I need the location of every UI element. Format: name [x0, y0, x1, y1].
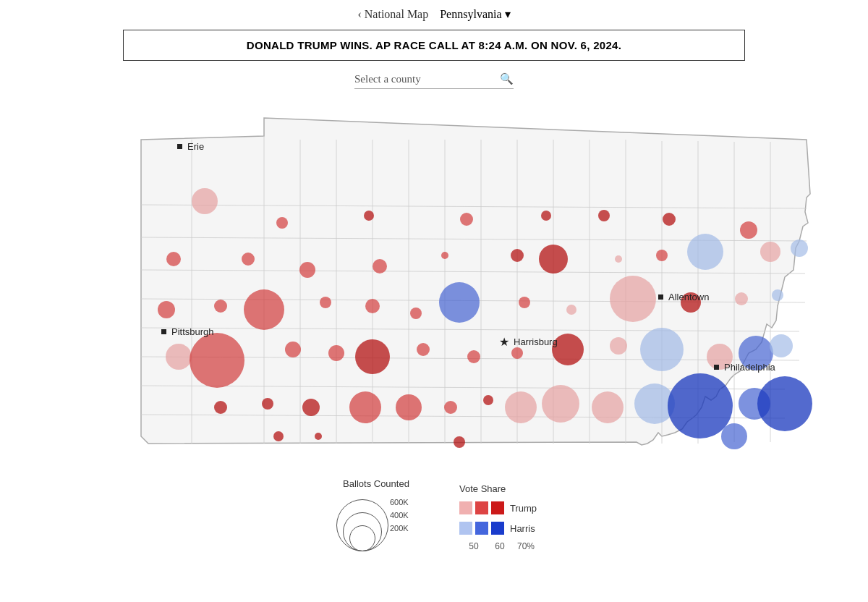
county-bubble[interactable] [740, 221, 757, 239]
county-bubble[interactable] [541, 211, 551, 221]
county-bubble[interactable] [735, 292, 748, 305]
county-bubble[interactable] [439, 282, 480, 323]
county-bubble[interactable] [511, 249, 524, 262]
state-capital-star-icon: ★ [499, 335, 509, 349]
county-bubble[interactable] [511, 347, 523, 359]
county-bubble[interactable] [663, 213, 676, 226]
city-philadelphia-label: Philadelphia [724, 362, 775, 373]
city-allentown: Allentown [658, 292, 709, 302]
county-bubble[interactable] [328, 345, 344, 361]
county-bubble[interactable] [276, 217, 288, 229]
county-bubble[interactable] [757, 376, 812, 431]
circle-600k-label: 600K [390, 498, 409, 506]
county-bubble[interactable] [302, 399, 320, 416]
county-bubble[interactable] [285, 342, 301, 357]
county-bubble[interactable] [610, 276, 656, 322]
county-bubble[interactable] [299, 262, 315, 278]
county-bubble[interactable] [315, 433, 322, 440]
vote-legend: Vote Share Trump Harris 50 60 70% [459, 483, 539, 551]
percent-60: 60 [487, 541, 513, 551]
banner: DONALD TRUMP WINS. AP RACE CALL AT 8:24 … [123, 30, 745, 61]
ballots-legend-title: Ballots Counted [343, 478, 409, 489]
chevron-down-icon: ▾ [505, 7, 511, 21]
chevron-left-icon: ‹ [357, 8, 361, 21]
county-bubble[interactable] [770, 334, 793, 357]
county-bubble[interactable] [214, 300, 227, 313]
ballots-legend: Ballots Counted 600K 400K 200K [329, 478, 423, 551]
county-bubble[interactable] [721, 423, 747, 449]
county-bubble[interactable] [158, 301, 175, 318]
county-bubble[interactable] [166, 344, 192, 370]
state-label: Pennsylvania [440, 8, 501, 21]
trump-legend-row: Trump [459, 501, 539, 514]
city-harrisburg: ★ Harrisburg [499, 335, 558, 349]
county-bubble[interactable] [355, 339, 390, 374]
percent-70: 70% [513, 541, 539, 551]
county-bubble[interactable] [364, 211, 374, 221]
percent-labels: 50 60 70% [459, 541, 539, 551]
harris-legend-row: Harris [459, 522, 539, 535]
state-selector[interactable]: Pennsylvania ▾ [440, 7, 510, 21]
trump-swatch-medium [475, 501, 488, 514]
page-container: ‹ National Map Pennsylvania ▾ DONALD TRU… [0, 0, 868, 602]
vote-legend-title: Vote Share [459, 483, 539, 494]
county-bubble[interactable] [244, 289, 284, 330]
county-search-label: Select a county [354, 73, 421, 85]
trump-swatch-light [459, 501, 472, 514]
county-bubble[interactable] [483, 395, 493, 405]
city-pittsburgh: Pittsburgh [161, 326, 214, 337]
county-bubble[interactable] [166, 252, 181, 266]
county-bubble[interactable] [760, 242, 780, 262]
county-bubble[interactable] [396, 394, 422, 420]
county-bubble[interactable] [467, 350, 480, 363]
trump-label: Trump [510, 503, 537, 514]
legend: Ballots Counted 600K 400K 200K Vote Shar… [329, 478, 539, 551]
county-bubble[interactable] [791, 239, 808, 257]
nav-bar: ‹ National Map Pennsylvania ▾ [357, 7, 510, 21]
county-bubble[interactable] [615, 255, 622, 263]
county-bubble[interactable] [444, 401, 457, 414]
county-bubble[interactable] [273, 431, 284, 441]
city-harrisburg-label: Harrisburg [514, 336, 558, 347]
harris-label: Harris [510, 523, 535, 534]
county-bubble[interactable] [214, 401, 227, 414]
harris-swatch-medium [475, 522, 488, 535]
county-bubble[interactable] [610, 337, 627, 355]
circle-200k-label: 200K [390, 524, 409, 533]
banner-text: DONALD TRUMP WINS. AP RACE CALL AT 8:24 … [247, 39, 621, 51]
county-bubble[interactable] [441, 252, 448, 259]
county-bubble[interactable] [320, 297, 331, 308]
county-bubble[interactable] [365, 299, 380, 313]
county-search[interactable]: Select a county 🔍 [354, 72, 514, 89]
national-map-label: National Map [365, 8, 428, 21]
county-bubble[interactable] [460, 213, 473, 226]
national-map-link[interactable]: ‹ National Map [357, 8, 428, 21]
county-bubble[interactable] [373, 259, 387, 274]
county-bubble[interactable] [454, 436, 465, 448]
county-bubble[interactable] [262, 398, 273, 410]
county-bubble[interactable] [192, 188, 218, 214]
county-bubble[interactable] [542, 385, 579, 423]
county-bubble[interactable] [242, 253, 255, 266]
county-bubble[interactable] [772, 289, 783, 301]
county-bubble[interactable] [592, 391, 624, 423]
city-erie-label: Erie [187, 141, 204, 152]
trump-swatch-dark [491, 501, 504, 514]
county-bubble[interactable] [539, 245, 568, 274]
county-bubble[interactable] [656, 250, 668, 261]
harris-swatch-light [459, 522, 472, 535]
county-bubble[interactable] [519, 297, 530, 308]
county-bubble[interactable] [598, 210, 610, 221]
county-bubble[interactable] [687, 234, 723, 270]
city-philadelphia: Philadelphia [714, 362, 775, 373]
harris-swatch-dark [491, 522, 504, 535]
county-bubble[interactable] [410, 308, 422, 319]
county-bubble[interactable] [566, 305, 576, 315]
county-bubble[interactable] [417, 343, 430, 356]
county-bubble[interactable] [640, 328, 684, 371]
county-bubble[interactable] [505, 391, 537, 423]
county-bubble[interactable] [349, 391, 381, 423]
city-erie: Erie [177, 141, 204, 152]
county-bubble[interactable] [190, 333, 244, 388]
circle-400k-label: 400K [390, 511, 409, 520]
